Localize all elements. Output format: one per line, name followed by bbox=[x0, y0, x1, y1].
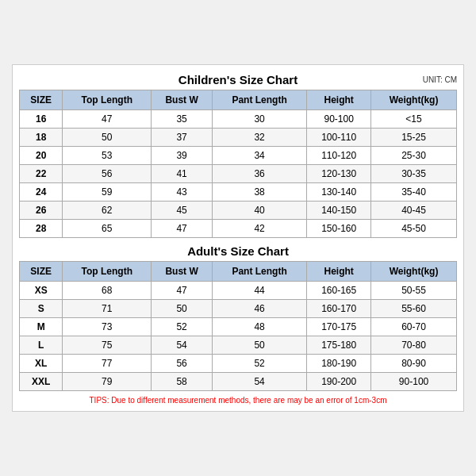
table-row: XXL795854190-20090-100 bbox=[20, 373, 457, 391]
table-cell: 53 bbox=[63, 147, 152, 165]
table-cell: 55-60 bbox=[371, 300, 457, 318]
table-cell: 47 bbox=[152, 282, 213, 300]
table-cell: 73 bbox=[63, 318, 152, 336]
table-cell: 77 bbox=[63, 355, 152, 373]
table-cell: 35 bbox=[152, 110, 213, 129]
table-cell: 56 bbox=[63, 165, 152, 183]
table-cell: 37 bbox=[152, 129, 213, 147]
table-cell: 48 bbox=[212, 318, 306, 336]
table-cell: 28 bbox=[20, 220, 63, 238]
table-cell: 130-140 bbox=[307, 183, 371, 202]
table-row: 26624540140-15040-45 bbox=[20, 202, 457, 220]
table-cell: 79 bbox=[63, 373, 152, 391]
table-row: 28654742150-16045-50 bbox=[20, 220, 457, 238]
table-cell: 170-175 bbox=[307, 318, 371, 336]
col-header-weight: Weight(kg) bbox=[371, 90, 457, 110]
table-cell: 25-30 bbox=[371, 147, 457, 165]
table-row: 22564136120-13030-35 bbox=[20, 165, 457, 183]
table-cell: M bbox=[20, 318, 63, 336]
table-row: 18503732100-11015-25 bbox=[20, 129, 457, 147]
table-cell: 110-120 bbox=[307, 147, 371, 165]
table-cell: 43 bbox=[152, 183, 213, 202]
table-cell: 39 bbox=[152, 147, 213, 165]
adult-title-row: Adult's Size Chart bbox=[19, 244, 457, 258]
table-cell: 58 bbox=[152, 373, 213, 391]
table-cell: 20 bbox=[20, 147, 63, 165]
table-cell: L bbox=[20, 336, 63, 355]
adult-col-height: Height bbox=[307, 262, 371, 282]
table-cell: 22 bbox=[20, 165, 63, 183]
table-cell: 52 bbox=[152, 318, 213, 336]
table-cell: 46 bbox=[212, 300, 306, 318]
table-cell: 36 bbox=[212, 165, 306, 183]
table-cell: 42 bbox=[212, 220, 306, 238]
table-cell: 160-165 bbox=[307, 282, 371, 300]
table-cell: S bbox=[20, 300, 63, 318]
table-cell: XL bbox=[20, 355, 63, 373]
table-cell: 68 bbox=[63, 282, 152, 300]
table-cell: 30-35 bbox=[371, 165, 457, 183]
table-cell: 45-50 bbox=[371, 220, 457, 238]
table-cell: 50 bbox=[212, 336, 306, 355]
children-title-row: Children's Size Chart UNIT: CM bbox=[19, 73, 457, 86]
table-cell: 15-25 bbox=[371, 129, 457, 147]
col-header-height: Height bbox=[307, 90, 371, 110]
table-cell: 32 bbox=[212, 129, 306, 147]
adult-col-weight: Weight(kg) bbox=[371, 262, 457, 282]
tips-text: TIPS: Due to different measurement metho… bbox=[19, 396, 457, 405]
table-cell: 24 bbox=[20, 183, 63, 202]
table-cell: 190-200 bbox=[307, 373, 371, 391]
table-cell: 52 bbox=[212, 355, 306, 373]
children-header-row: SIZE Top Length Bust W Pant Length Heigh… bbox=[20, 90, 457, 110]
table-cell: 90-100 bbox=[307, 110, 371, 129]
table-cell: 80-90 bbox=[371, 355, 457, 373]
table-row: L755450175-18070-80 bbox=[20, 336, 457, 355]
table-cell: <15 bbox=[371, 110, 457, 129]
table-cell: XXL bbox=[20, 373, 63, 391]
table-cell: 54 bbox=[152, 336, 213, 355]
adult-header-row: SIZE Top Length Bust W Pant Length Heigh… bbox=[20, 262, 457, 282]
adult-title: Adult's Size Chart bbox=[187, 244, 289, 258]
adult-col-top-length: Top Length bbox=[63, 262, 152, 282]
adult-col-size: SIZE bbox=[20, 262, 63, 282]
table-cell: 41 bbox=[152, 165, 213, 183]
table-cell: 44 bbox=[212, 282, 306, 300]
table-cell: 40 bbox=[212, 202, 306, 220]
table-cell: 30 bbox=[212, 110, 306, 129]
table-cell: 16 bbox=[20, 110, 63, 129]
col-header-pant-length: Pant Length bbox=[212, 90, 306, 110]
table-cell: 140-150 bbox=[307, 202, 371, 220]
table-cell: 50 bbox=[152, 300, 213, 318]
table-cell: 50 bbox=[63, 129, 152, 147]
table-cell: 45 bbox=[152, 202, 213, 220]
table-cell: 18 bbox=[20, 129, 63, 147]
table-cell: XS bbox=[20, 282, 63, 300]
table-cell: 47 bbox=[152, 220, 213, 238]
chart-container: Children's Size Chart UNIT: CM SIZE Top … bbox=[12, 64, 464, 412]
table-cell: 60-70 bbox=[371, 318, 457, 336]
col-header-top-length: Top Length bbox=[63, 90, 152, 110]
table-row: 1647353090-100<15 bbox=[20, 110, 457, 129]
table-cell: 100-110 bbox=[307, 129, 371, 147]
table-row: XL775652180-19080-90 bbox=[20, 355, 457, 373]
table-cell: 40-45 bbox=[371, 202, 457, 220]
table-cell: 65 bbox=[63, 220, 152, 238]
adult-col-bust-w: Bust W bbox=[152, 262, 213, 282]
table-row: S715046160-17055-60 bbox=[20, 300, 457, 318]
table-cell: 26 bbox=[20, 202, 63, 220]
table-cell: 34 bbox=[212, 147, 306, 165]
table-cell: 38 bbox=[212, 183, 306, 202]
table-cell: 70-80 bbox=[371, 336, 457, 355]
children-title: Children's Size Chart bbox=[178, 73, 298, 86]
children-table: SIZE Top Length Bust W Pant Length Heigh… bbox=[19, 90, 457, 238]
table-row: XS684744160-16550-55 bbox=[20, 282, 457, 300]
table-cell: 35-40 bbox=[371, 183, 457, 202]
col-header-size: SIZE bbox=[20, 90, 63, 110]
table-cell: 56 bbox=[152, 355, 213, 373]
table-cell: 47 bbox=[63, 110, 152, 129]
adult-table: SIZE Top Length Bust W Pant Length Heigh… bbox=[19, 261, 457, 391]
table-cell: 175-180 bbox=[307, 336, 371, 355]
table-cell: 120-130 bbox=[307, 165, 371, 183]
table-cell: 75 bbox=[63, 336, 152, 355]
table-cell: 62 bbox=[63, 202, 152, 220]
